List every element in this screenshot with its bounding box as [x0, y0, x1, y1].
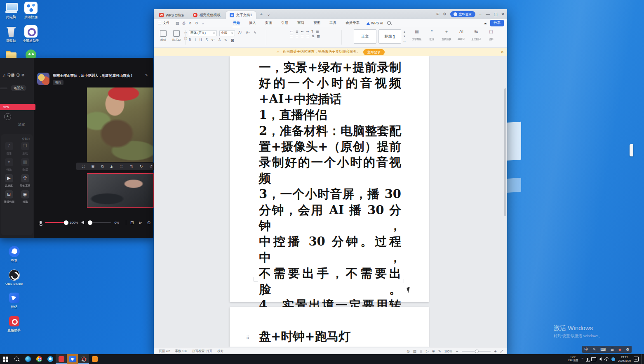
ime-icon[interactable]: ☰ — [611, 347, 614, 352]
font-tool-icon[interactable]: A⁺ — [238, 31, 242, 35]
tray-display-icon[interactable] — [591, 357, 596, 361]
paragraph-icon[interactable]: ≣ — [296, 30, 298, 33]
ribbon-tab[interactable]: 页面 — [261, 19, 277, 27]
live-cover-thumbnail[interactable] — [37, 73, 49, 85]
alignment-icon[interactable]: ⇅ — [312, 34, 315, 38]
paragraph-icon[interactable]: ▦ — [316, 30, 319, 33]
alignment-icon[interactable]: ▩ — [317, 34, 320, 38]
font-size-combo[interactable]: 小四 — [219, 30, 235, 36]
font-format-icon[interactable]: S — [206, 38, 208, 42]
quick-access-icon[interactable]: ↺ — [188, 21, 192, 26]
taskbar-app-obs[interactable] — [78, 354, 89, 364]
desktop-icon-lark[interactable]: 伴侣 — [2, 291, 26, 309]
tool-item[interactable]: ▶ 素材库 — [1, 174, 17, 188]
speaker-volume-slider[interactable] — [87, 222, 111, 223]
view-mode-icon[interactable]: ◎ — [407, 349, 409, 353]
zoom-slider-knob[interactable] — [475, 350, 479, 353]
taskbar-app-chrome[interactable] — [33, 354, 45, 364]
view-mode-icon[interactable]: ✎ — [438, 349, 441, 353]
desktop-icon-bin[interactable]: 回收站 — [2, 25, 21, 49]
taskbar-app-orangetile[interactable] — [89, 354, 100, 364]
paragraph-icon[interactable]: ¶ — [311, 30, 313, 33]
scrollbar-thumb[interactable] — [504, 88, 506, 216]
view-mode-icon[interactable]: ≣ — [420, 349, 423, 353]
close-button[interactable]: ✕ — [501, 12, 505, 17]
action-center-icon[interactable] — [634, 357, 639, 362]
tray-network-icon[interactable] — [604, 357, 609, 361]
preview-tool-icon[interactable]: ◭ — [110, 164, 113, 168]
preview-tool-icon[interactable]: ⇅ — [130, 164, 133, 168]
proofread-button[interactable]: 校对 — [217, 349, 223, 353]
tool-item[interactable]: ❐ 贴纸 — [17, 142, 33, 156]
paragraph-icon[interactable]: ≔ — [290, 30, 293, 33]
tray-expand-chevron[interactable]: ⌃ — [581, 357, 584, 361]
ribbon-tab[interactable]: 开始 — [228, 19, 244, 27]
scene-tab[interactable]: 场景六 — [11, 83, 26, 91]
file-menu[interactable]: ☰ 文件 — [158, 21, 170, 26]
ribbon-tab[interactable]: 会员专享 — [341, 19, 364, 27]
new-tab-button[interactable]: + — [260, 12, 263, 17]
ribbon-tool[interactable]: ⬚ 选择 — [484, 29, 498, 41]
zoom-in-button[interactable]: + — [494, 349, 497, 353]
ribbon-tab[interactable]: 审阅 — [293, 19, 309, 27]
ime-icon[interactable]: ⌨ — [601, 347, 606, 352]
ribbon-tab[interactable]: 引用 — [277, 19, 293, 27]
style-gallery-spinner[interactable]: ▲▼⋯ — [403, 29, 406, 44]
taskbar-app-edge[interactable] — [22, 354, 33, 364]
font-format-icon[interactable]: x² — [212, 38, 215, 42]
capture-icon[interactable]: ⊙ — [147, 220, 150, 225]
font-format-icon[interactable]: A — [219, 38, 221, 42]
paragraph-icon[interactable]: ⇤ — [301, 30, 304, 33]
tray-app-icon[interactable] — [611, 357, 615, 361]
ribbon-tool[interactable]: ⌖ 查找替换 — [439, 29, 454, 41]
ribbon-tab[interactable]: 工具 — [325, 19, 341, 27]
preview-tool-icon[interactable]: ⛶ — [82, 164, 85, 169]
font-tool-icon[interactable]: ✎ — [254, 31, 256, 35]
style-heading1[interactable]: 标题1 — [378, 29, 401, 44]
clear-button[interactable]: 清空 — [18, 122, 25, 127]
paragraph-drag-handle[interactable]: ⠿ — [246, 335, 250, 340]
section-all-link[interactable]: 全部 > — [1, 134, 33, 142]
style-normal[interactable]: 正文 — [354, 29, 376, 44]
font-format-icon[interactable]: ✎ — [224, 38, 227, 42]
capture-icon[interactable]: ⊡ — [130, 220, 134, 225]
taskbar-app-redtile[interactable] — [56, 354, 67, 364]
show-desktop-button[interactable] — [642, 354, 643, 364]
taskbar-app-start[interactable] — [0, 354, 11, 364]
preview-tool-icon[interactable]: ⊞ — [91, 164, 94, 168]
layout-mode-icon[interactable]: ⊞ — [436, 12, 440, 16]
desktop-icon-net[interactable]: 腾讯快连 — [21, 2, 40, 25]
quick-access-icon[interactable]: ⎙ — [182, 21, 185, 26]
share-button[interactable]: 分享 — [490, 20, 504, 26]
ribbon-tool[interactable]: AI AI帮写 — [454, 29, 469, 41]
ribbon-tab[interactable]: 插入 — [244, 19, 261, 27]
font-format-icon[interactable]: ◙ — [231, 38, 234, 42]
desktop-icon-gear[interactable]: 小鹅通助手 — [21, 25, 40, 49]
ribbon-tab[interactable]: 视图 — [309, 19, 325, 27]
tool-item[interactable]: ♪ 音乐 — [1, 142, 17, 156]
font-format-icon[interactable]: B — [189, 38, 191, 42]
zoom-level[interactable]: 100% — [444, 350, 452, 353]
more-caret-icon[interactable]: ⌄ — [479, 12, 482, 16]
tool-item[interactable]: ✣ 互动工具 — [17, 174, 33, 188]
taskbar-app-qq[interactable] — [45, 354, 56, 364]
zoom-out-button[interactable]: − — [456, 349, 458, 353]
add-scene-button[interactable]: + — [4, 113, 11, 120]
view-mode-icon[interactable]: ▷ — [426, 349, 429, 353]
window-tab-doc[interactable]: 文字文稿1 — [226, 11, 256, 19]
maximize-button[interactable]: ▢ — [494, 12, 497, 17]
tool-item[interactable]: ▥ 数据 — [17, 158, 33, 172]
document-page-1[interactable]: 一，实景+绿布+提前录制好的一个小时的音视频+AI+中控插话1，直播伴侣2，准备… — [230, 56, 429, 302]
word-count[interactable]: 字数 132 — [175, 349, 188, 353]
minimize-button[interactable]: — — [486, 12, 490, 17]
ribbon-tool[interactable]: ❝ 批注 — [424, 29, 439, 41]
settings-icon[interactable]: ⚙ — [443, 12, 447, 16]
capture-icon[interactable]: ⊳ — [139, 220, 142, 225]
edge-slide-handle[interactable] — [630, 144, 633, 156]
preview-tool-icon[interactable]: ⧉ — [101, 164, 103, 169]
tool-item[interactable]: ✦ 特效 — [1, 158, 17, 172]
paragraph-icon[interactable]: ⇥ — [306, 30, 309, 33]
window-tab-wps[interactable]: WPS Office — [155, 11, 188, 19]
spellcheck-status[interactable]: 拼写检查: 打开 — [192, 349, 212, 353]
window-tab-docer[interactable]: 稻壳充值模板 — [189, 11, 224, 19]
